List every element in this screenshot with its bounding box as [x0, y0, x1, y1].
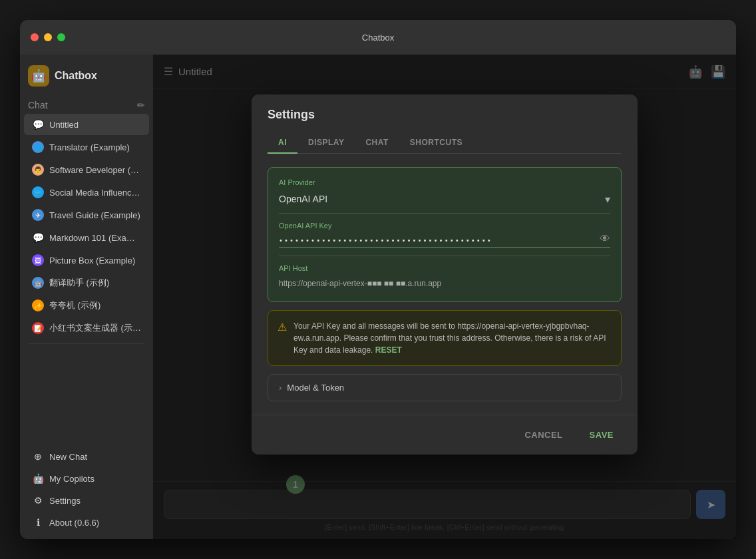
modal-title: Settings [268, 108, 622, 122]
app-title: Chatbox [55, 70, 97, 82]
tab-chat[interactable]: CHAT [355, 132, 399, 154]
sidebar-item-label: Markdown 101 (Exam… [49, 233, 141, 243]
app-icon: 🤖 [28, 65, 49, 87]
chevron-right-icon: › [279, 383, 282, 393]
title-bar: Chatbox [20, 20, 736, 55]
maximize-button[interactable] [57, 33, 65, 41]
cancel-button[interactable]: CANCEL [516, 426, 570, 444]
tab-shortcuts[interactable]: SHORTCUTS [399, 132, 473, 154]
sidebar-item-new-chat[interactable]: ⊕ New Chat [24, 446, 149, 467]
api-key-section: OpenAI API Key 👁 [279, 222, 610, 248]
avatar-picture-box: 🖼 [32, 254, 44, 266]
window-title: Chatbox [362, 33, 394, 43]
main-content: ☰ Untitled 🤖 💾 also ask me ➤ [Enter] sen… [153, 55, 736, 539]
about-label: About (0.6.6) [49, 518, 99, 528]
warning-icon: ⚠ [278, 321, 287, 356]
model-token-label: Model & Token [287, 383, 344, 393]
section-divider [279, 213, 610, 214]
sidebar-item-software-dev[interactable]: 👨 Software Developer (… [24, 159, 149, 180]
sidebar-item-label: Picture Box (Example) [49, 256, 135, 266]
avatar-translator: 🌐 [32, 141, 44, 153]
host-divider [279, 256, 610, 256]
chat-icon: 💬 [32, 118, 44, 130]
settings-icon: ⚙ [32, 494, 44, 506]
sidebar: 🤖 Chatbox Chat ✏ 💬 Untitled 🌐 Translator… [20, 55, 153, 539]
sidebar-item-praise[interactable]: ✨ 夸夸机 (示例) [24, 295, 149, 316]
sidebar-item-social-media[interactable]: 🐦 Social Media Influenc… [24, 182, 149, 203]
sidebar-bottom: ⊕ New Chat 🤖 My Copilots ⚙ Settings ℹ Ab… [20, 445, 153, 534]
settings-label: Settings [49, 496, 81, 506]
copilots-icon: 🤖 [32, 472, 44, 484]
close-button[interactable] [31, 33, 39, 41]
tab-ai[interactable]: AI [268, 132, 297, 154]
plus-icon: ⊕ [32, 451, 44, 463]
warning-text: Your API Key and all messages will be se… [293, 320, 612, 356]
modal-overlay[interactable]: Settings AI DISPLAY CHAT SHORTCUTS AI Pr… [153, 55, 736, 539]
sidebar-item-markdown[interactable]: 💬 Markdown 101 (Exam… [24, 227, 149, 248]
sidebar-item-translator[interactable]: 🌐 Translator (Example) [24, 136, 149, 158]
minimize-button[interactable] [44, 33, 52, 41]
avatar-xiaohongshu: 📝 [32, 322, 44, 334]
warning-box: ⚠ Your API Key and all messages will be … [268, 310, 622, 366]
modal-body: AI Provider OpenAI API Azure OpenAI Anth… [252, 154, 638, 415]
eye-icon[interactable]: 👁 [600, 233, 610, 245]
new-chat-icon[interactable]: ✏ [137, 100, 145, 110]
sidebar-item-picture-box[interactable]: 🖼 Picture Box (Example) [24, 250, 149, 271]
sidebar-item-label: 翻译助手 (示例) [49, 277, 109, 289]
sidebar-item-about[interactable]: ℹ About (0.6.6) [24, 512, 149, 533]
settings-modal: Settings AI DISPLAY CHAT SHORTCUTS AI Pr… [252, 94, 638, 455]
ai-provider-select[interactable]: OpenAI API Azure OpenAI Anthropic Google… [279, 194, 610, 204]
api-host-section: API Host [279, 264, 610, 291]
sidebar-item-label: Software Developer (… [49, 165, 139, 175]
save-button[interactable]: SAVE [582, 426, 622, 444]
traffic-lights [31, 33, 65, 41]
sidebar-item-label: Social Media Influenc… [49, 188, 140, 198]
copilots-label: My Copilots [49, 474, 94, 484]
chat-icon-markdown: 💬 [32, 232, 44, 244]
avatar-social-media: 🐦 [32, 186, 44, 198]
sidebar-item-untitled[interactable]: 💬 Untitled [24, 114, 149, 135]
sidebar-item-xiaohongshu[interactable]: 📝 小红书文案生成器 (示… [24, 317, 149, 339]
sidebar-item-translate-cn[interactable]: 🤖 翻译助手 (示例) [24, 272, 149, 293]
model-token-section: › Model & Token [268, 374, 622, 401]
provider-select-wrapper: OpenAI API Azure OpenAI Anthropic Google… [279, 193, 610, 205]
avatar-travel-guide: ✈ [32, 209, 44, 221]
sidebar-item-label: Untitled [49, 120, 79, 130]
modal-tabs: AI DISPLAY CHAT SHORTCUTS [268, 132, 622, 154]
api-host-input[interactable] [279, 276, 610, 291]
tab-display[interactable]: DISPLAY [297, 132, 355, 154]
api-key-label: OpenAI API Key [279, 222, 610, 230]
ai-provider-label: AI Provider [279, 178, 610, 186]
model-token-header[interactable]: › Model & Token [268, 375, 621, 401]
sidebar-item-travel-guide[interactable]: ✈ Travel Guide (Example) [24, 204, 149, 226]
chat-section-label: Chat ✏ [20, 94, 153, 113]
api-host-label: API Host [279, 264, 610, 272]
ai-provider-section: AI Provider OpenAI API Azure OpenAI Anth… [268, 167, 622, 302]
avatar-software-dev: 👨 [32, 164, 44, 176]
info-icon: ℹ [32, 516, 44, 528]
avatar-praise: ✨ [32, 299, 44, 311]
sidebar-header: 🤖 Chatbox [20, 60, 153, 94]
sidebar-item-label: Translator (Example) [49, 142, 130, 152]
sidebar-item-label: 夸夸机 (示例) [49, 299, 100, 311]
sidebar-divider [28, 343, 145, 344]
new-chat-label: New Chat [49, 452, 87, 462]
sidebar-item-label: Travel Guide (Example) [49, 210, 140, 220]
reset-link[interactable]: RESET [375, 345, 402, 355]
sidebar-item-my-copilots[interactable]: 🤖 My Copilots [24, 468, 149, 489]
sidebar-item-settings[interactable]: ⚙ Settings [24, 490, 149, 511]
modal-header: Settings AI DISPLAY CHAT SHORTCUTS [252, 94, 638, 154]
modal-footer: CANCEL SAVE [252, 415, 638, 455]
sidebar-item-label: 小红书文案生成器 (示… [49, 322, 141, 334]
avatar-translate-cn: 🤖 [32, 277, 44, 289]
api-key-input[interactable] [279, 234, 610, 248]
